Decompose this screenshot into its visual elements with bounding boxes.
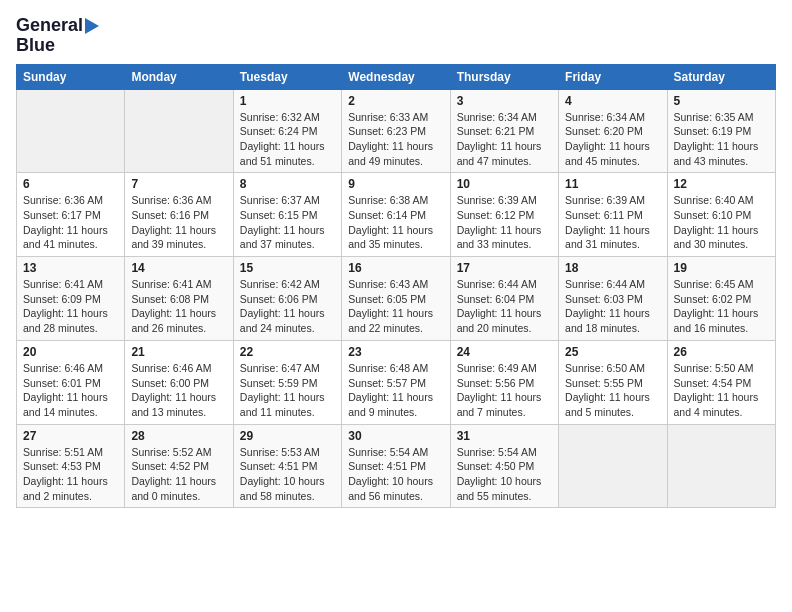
day-number: 23 xyxy=(348,345,443,359)
calendar-cell: 4 Sunrise: 6:34 AMSunset: 6:20 PMDayligh… xyxy=(559,89,667,173)
calendar-cell: 23 Sunrise: 6:48 AMSunset: 5:57 PMDaylig… xyxy=(342,340,450,424)
day-number: 13 xyxy=(23,261,118,275)
calendar-cell: 30 Sunrise: 5:54 AMSunset: 4:51 PMDaylig… xyxy=(342,424,450,508)
calendar-cell: 6 Sunrise: 6:36 AMSunset: 6:17 PMDayligh… xyxy=(17,173,125,257)
calendar-cell: 17 Sunrise: 6:44 AMSunset: 6:04 PMDaylig… xyxy=(450,257,558,341)
day-info: Sunrise: 6:36 AMSunset: 6:16 PMDaylight:… xyxy=(131,193,226,252)
calendar-cell xyxy=(125,89,233,173)
day-info: Sunrise: 6:38 AMSunset: 6:14 PMDaylight:… xyxy=(348,193,443,252)
day-info: Sunrise: 5:53 AMSunset: 4:51 PMDaylight:… xyxy=(240,445,335,504)
day-number: 10 xyxy=(457,177,552,191)
day-info: Sunrise: 6:43 AMSunset: 6:05 PMDaylight:… xyxy=(348,277,443,336)
day-number: 4 xyxy=(565,94,660,108)
week-row-4: 20 Sunrise: 6:46 AMSunset: 6:01 PMDaylig… xyxy=(17,340,776,424)
day-info: Sunrise: 6:48 AMSunset: 5:57 PMDaylight:… xyxy=(348,361,443,420)
week-row-3: 13 Sunrise: 6:41 AMSunset: 6:09 PMDaylig… xyxy=(17,257,776,341)
day-number: 11 xyxy=(565,177,660,191)
week-row-2: 6 Sunrise: 6:36 AMSunset: 6:17 PMDayligh… xyxy=(17,173,776,257)
calendar-cell: 27 Sunrise: 5:51 AMSunset: 4:53 PMDaylig… xyxy=(17,424,125,508)
day-number: 29 xyxy=(240,429,335,443)
header-sunday: Sunday xyxy=(17,64,125,89)
calendar-cell: 1 Sunrise: 6:32 AMSunset: 6:24 PMDayligh… xyxy=(233,89,341,173)
calendar-cell xyxy=(17,89,125,173)
day-info: Sunrise: 6:50 AMSunset: 5:55 PMDaylight:… xyxy=(565,361,660,420)
day-number: 30 xyxy=(348,429,443,443)
calendar-cell: 15 Sunrise: 6:42 AMSunset: 6:06 PMDaylig… xyxy=(233,257,341,341)
calendar-cell: 21 Sunrise: 6:46 AMSunset: 6:00 PMDaylig… xyxy=(125,340,233,424)
week-row-5: 27 Sunrise: 5:51 AMSunset: 4:53 PMDaylig… xyxy=(17,424,776,508)
day-info: Sunrise: 6:44 AMSunset: 6:03 PMDaylight:… xyxy=(565,277,660,336)
day-info: Sunrise: 6:39 AMSunset: 6:12 PMDaylight:… xyxy=(457,193,552,252)
calendar-cell: 12 Sunrise: 6:40 AMSunset: 6:10 PMDaylig… xyxy=(667,173,775,257)
day-info: Sunrise: 6:33 AMSunset: 6:23 PMDaylight:… xyxy=(348,110,443,169)
calendar-cell: 11 Sunrise: 6:39 AMSunset: 6:11 PMDaylig… xyxy=(559,173,667,257)
calendar-cell: 7 Sunrise: 6:36 AMSunset: 6:16 PMDayligh… xyxy=(125,173,233,257)
day-number: 28 xyxy=(131,429,226,443)
day-info: Sunrise: 6:41 AMSunset: 6:08 PMDaylight:… xyxy=(131,277,226,336)
day-info: Sunrise: 6:41 AMSunset: 6:09 PMDaylight:… xyxy=(23,277,118,336)
day-info: Sunrise: 5:54 AMSunset: 4:51 PMDaylight:… xyxy=(348,445,443,504)
header-monday: Monday xyxy=(125,64,233,89)
calendar-cell: 28 Sunrise: 5:52 AMSunset: 4:52 PMDaylig… xyxy=(125,424,233,508)
calendar-cell xyxy=(559,424,667,508)
day-number: 25 xyxy=(565,345,660,359)
day-info: Sunrise: 5:51 AMSunset: 4:53 PMDaylight:… xyxy=(23,445,118,504)
calendar-cell: 18 Sunrise: 6:44 AMSunset: 6:03 PMDaylig… xyxy=(559,257,667,341)
calendar-cell: 24 Sunrise: 6:49 AMSunset: 5:56 PMDaylig… xyxy=(450,340,558,424)
calendar-cell: 19 Sunrise: 6:45 AMSunset: 6:02 PMDaylig… xyxy=(667,257,775,341)
day-info: Sunrise: 6:42 AMSunset: 6:06 PMDaylight:… xyxy=(240,277,335,336)
calendar-cell: 26 Sunrise: 5:50 AMSunset: 4:54 PMDaylig… xyxy=(667,340,775,424)
day-info: Sunrise: 6:39 AMSunset: 6:11 PMDaylight:… xyxy=(565,193,660,252)
calendar-cell: 9 Sunrise: 6:38 AMSunset: 6:14 PMDayligh… xyxy=(342,173,450,257)
day-info: Sunrise: 5:50 AMSunset: 4:54 PMDaylight:… xyxy=(674,361,769,420)
day-info: Sunrise: 6:45 AMSunset: 6:02 PMDaylight:… xyxy=(674,277,769,336)
day-number: 15 xyxy=(240,261,335,275)
header-tuesday: Tuesday xyxy=(233,64,341,89)
calendar-cell: 5 Sunrise: 6:35 AMSunset: 6:19 PMDayligh… xyxy=(667,89,775,173)
week-row-1: 1 Sunrise: 6:32 AMSunset: 6:24 PMDayligh… xyxy=(17,89,776,173)
day-info: Sunrise: 6:34 AMSunset: 6:21 PMDaylight:… xyxy=(457,110,552,169)
calendar-cell: 14 Sunrise: 6:41 AMSunset: 6:08 PMDaylig… xyxy=(125,257,233,341)
header-row: SundayMondayTuesdayWednesdayThursdayFrid… xyxy=(17,64,776,89)
calendar-cell: 20 Sunrise: 6:46 AMSunset: 6:01 PMDaylig… xyxy=(17,340,125,424)
day-info: Sunrise: 6:36 AMSunset: 6:17 PMDaylight:… xyxy=(23,193,118,252)
logo-text-general: General xyxy=(16,16,83,36)
day-number: 14 xyxy=(131,261,226,275)
day-info: Sunrise: 6:44 AMSunset: 6:04 PMDaylight:… xyxy=(457,277,552,336)
calendar-cell: 10 Sunrise: 6:39 AMSunset: 6:12 PMDaylig… xyxy=(450,173,558,257)
day-number: 17 xyxy=(457,261,552,275)
day-number: 21 xyxy=(131,345,226,359)
header-saturday: Saturday xyxy=(667,64,775,89)
day-number: 5 xyxy=(674,94,769,108)
calendar-cell xyxy=(667,424,775,508)
calendar-cell: 22 Sunrise: 6:47 AMSunset: 5:59 PMDaylig… xyxy=(233,340,341,424)
header-thursday: Thursday xyxy=(450,64,558,89)
day-number: 22 xyxy=(240,345,335,359)
day-info: Sunrise: 5:52 AMSunset: 4:52 PMDaylight:… xyxy=(131,445,226,504)
day-number: 7 xyxy=(131,177,226,191)
day-number: 2 xyxy=(348,94,443,108)
calendar-table: SundayMondayTuesdayWednesdayThursdayFrid… xyxy=(16,64,776,509)
day-number: 1 xyxy=(240,94,335,108)
calendar-cell: 3 Sunrise: 6:34 AMSunset: 6:21 PMDayligh… xyxy=(450,89,558,173)
day-number: 20 xyxy=(23,345,118,359)
day-number: 19 xyxy=(674,261,769,275)
day-info: Sunrise: 6:37 AMSunset: 6:15 PMDaylight:… xyxy=(240,193,335,252)
day-info: Sunrise: 6:46 AMSunset: 6:00 PMDaylight:… xyxy=(131,361,226,420)
day-info: Sunrise: 6:40 AMSunset: 6:10 PMDaylight:… xyxy=(674,193,769,252)
calendar-cell: 8 Sunrise: 6:37 AMSunset: 6:15 PMDayligh… xyxy=(233,173,341,257)
logo-text-blue: Blue xyxy=(16,36,55,56)
calendar-cell: 13 Sunrise: 6:41 AMSunset: 6:09 PMDaylig… xyxy=(17,257,125,341)
calendar-cell: 2 Sunrise: 6:33 AMSunset: 6:23 PMDayligh… xyxy=(342,89,450,173)
header-friday: Friday xyxy=(559,64,667,89)
day-number: 18 xyxy=(565,261,660,275)
calendar-cell: 25 Sunrise: 6:50 AMSunset: 5:55 PMDaylig… xyxy=(559,340,667,424)
day-info: Sunrise: 6:47 AMSunset: 5:59 PMDaylight:… xyxy=(240,361,335,420)
day-info: Sunrise: 5:54 AMSunset: 4:50 PMDaylight:… xyxy=(457,445,552,504)
calendar-cell: 29 Sunrise: 5:53 AMSunset: 4:51 PMDaylig… xyxy=(233,424,341,508)
day-number: 12 xyxy=(674,177,769,191)
day-number: 6 xyxy=(23,177,118,191)
day-number: 3 xyxy=(457,94,552,108)
day-info: Sunrise: 6:49 AMSunset: 5:56 PMDaylight:… xyxy=(457,361,552,420)
day-number: 9 xyxy=(348,177,443,191)
